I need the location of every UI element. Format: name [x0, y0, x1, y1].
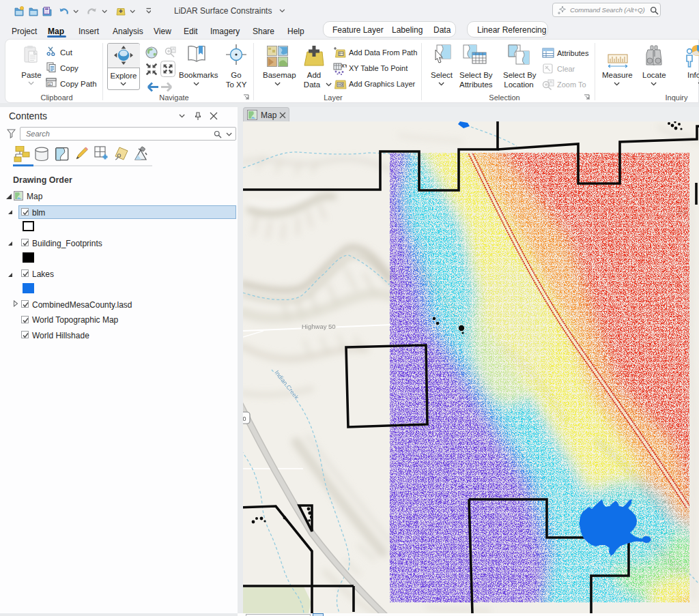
- svg-text:Highway 50: Highway 50: [302, 323, 336, 330]
- svg-text:25 ft: 25 ft: [677, 210, 687, 215]
- svg-text:XY: XY: [341, 63, 347, 68]
- svg-text:w: w: [48, 82, 51, 86]
- svg-text:0: 0: [243, 415, 246, 422]
